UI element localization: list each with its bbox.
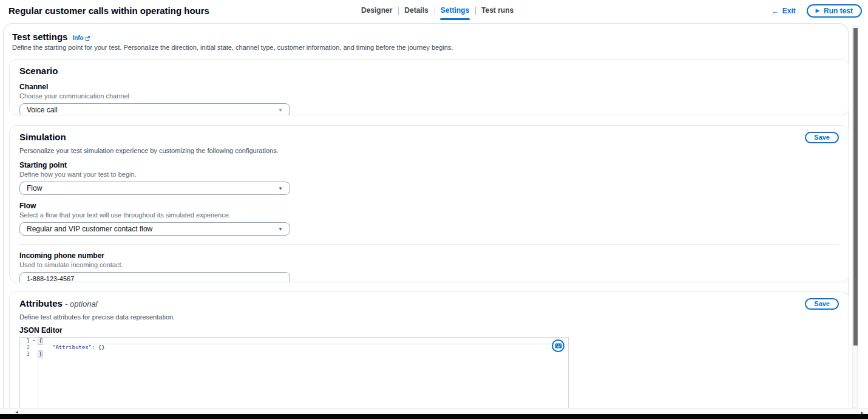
flow-select-value: Regular and VIP customer contact flow [27,225,152,233]
editor-line-1[interactable]: 1 ▾ { [20,338,568,344]
simulation-save-button[interactable]: Save [805,132,839,143]
scenario-title: Scenario [19,66,839,76]
close-brace: } [38,350,43,358]
app-header: Regular customer calls within operating … [0,0,868,22]
line-number: 3 [20,351,30,358]
starting-point-select[interactable]: Flow ▼ [19,182,290,195]
channel-select[interactable]: Voice call ▼ [19,103,290,115]
json-editor-label: JSON Editor [19,326,839,335]
incoming-phone-input[interactable] [19,272,290,282]
line-number: 2 [20,344,30,351]
attributes-title: Attributes - optional [19,298,98,308]
json-string-key: "Attributes" [52,344,92,350]
panel-title: Test settings [12,32,67,42]
channel-label: Channel [19,83,839,91]
info-label: Info [72,35,83,41]
tab-bar: Designer Details Settings Test runs [355,0,520,22]
fold-toggle-icon[interactable]: ▾ [30,338,38,344]
incoming-phone-help: Used to simulate incoming contact. [19,261,839,268]
attributes-description: Define test attributes for precise data … [19,313,839,321]
simulation-title: Simulation [19,132,66,142]
flow-help: Select a flow that your text will use th… [19,211,839,219]
json-code: "Attributes": {} [38,344,105,351]
run-test-label: Run test [824,7,853,15]
tab-details[interactable]: Details [398,0,434,22]
play-icon: ▶ [816,9,819,13]
json-punctuation: : {} [92,344,105,350]
scenario-card: Scenario Channel Choose your communicati… [9,59,849,115]
flow-select[interactable]: Regular and VIP customer contact flow ▼ [19,222,290,236]
tab-settings[interactable]: Settings [435,0,475,22]
attributes-optional-suffix: - optional [65,299,97,308]
attributes-save-button[interactable]: Save [805,298,839,310]
line-number: 1 [20,338,30,344]
starting-point-label: Starting point [19,161,839,169]
external-link-icon [85,35,90,41]
channel-help: Choose your communication channel [19,92,839,100]
starting-point-help: Define how you want your test to begin. [19,171,839,178]
chevron-down-icon: ▼ [278,186,283,191]
back-arrow-icon: ← [771,7,779,15]
chevron-down-icon: ▼ [278,227,283,232]
chevron-down-icon: ▼ [278,107,283,113]
starting-point-select-value: Flow [27,184,42,192]
json-editor[interactable]: 1 ▾ { 2 "Attributes": {} 3 } [19,337,569,409]
scrollbar-left-arrow[interactable]: ◄ [15,410,19,414]
vertical-scrollbar-thumb[interactable] [853,28,858,346]
run-test-button[interactable]: ▶ Run test [807,4,862,18]
channel-select-value: Voice call [27,106,58,114]
editor-line-3[interactable]: 3 } [20,351,568,358]
page-title: Regular customer calls within operating … [8,5,209,16]
incoming-phone-label: Incoming phone number [19,251,839,260]
attributes-card: Attributes - optional Save Define test a… [9,291,849,409]
simulation-description: Personalize your test simulation experie… [19,147,839,154]
test-settings-panel: Test settings Info Define the starting p… [3,23,849,408]
simulation-card: Simulation Save Personalize your test si… [9,125,849,282]
header-actions: ← Exit ▶ Run test [771,4,862,18]
editor-line-2[interactable]: 2 "Attributes": {} [20,344,568,351]
section-divider [19,244,839,245]
tab-designer[interactable]: Designer [355,0,398,22]
keyboard-shortcuts-button[interactable] [552,339,565,352]
open-brace: { [38,337,43,345]
exit-button[interactable]: ← Exit [771,7,796,15]
vertical-scrollbar[interactable] [852,26,858,408]
tab-test-runs[interactable]: Test runs [475,0,520,22]
window-bottom-edge [0,414,868,419]
panel-description: Define the starting point for your test.… [12,44,453,51]
exit-label: Exit [782,7,796,15]
panel-header: Test settings Info Define the starting p… [12,32,453,51]
info-link[interactable]: Info [72,35,90,41]
keyboard-icon [555,343,562,349]
flow-label: Flow [19,202,839,210]
